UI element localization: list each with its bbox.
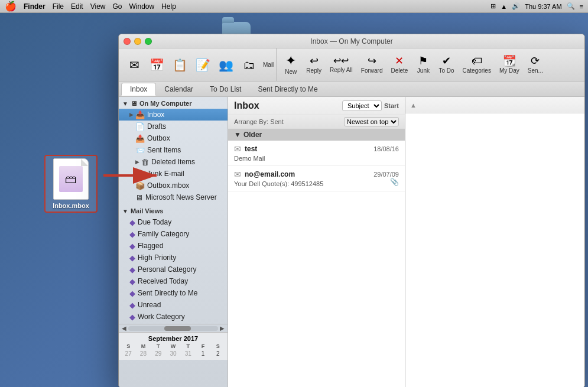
- email-subject-2: Your Dell Quote(s): 499512485: [234, 180, 399, 187]
- email-item-dell[interactable]: ✉ no@email.com 29/07/09 Your Dell Quote(…: [228, 166, 405, 191]
- scrollbar-thumb[interactable]: [164, 326, 191, 331]
- menu-search-icon[interactable]: 🔍: [567, 2, 575, 10]
- group-label: Older: [243, 131, 262, 139]
- toolbar-sendreceive-button[interactable]: ⟳ Sen...: [524, 53, 547, 76]
- toolbar-todo-button[interactable]: ✔ To Do: [435, 53, 457, 76]
- cal-day-28[interactable]: 28: [136, 350, 150, 357]
- toolbar-replyall-button[interactable]: ↩↩ Reply All: [326, 54, 356, 76]
- toolbar-folders-button[interactable]: 🗂: [238, 57, 259, 73]
- categories-label: Categories: [463, 67, 491, 74]
- outbox-icon: 📤: [135, 134, 145, 143]
- menu-file[interactable]: File: [53, 2, 64, 11]
- sidebar-item-deleted[interactable]: ▶ 🗑 Deleted Items: [119, 156, 228, 168]
- menu-help[interactable]: Help: [161, 2, 176, 11]
- junk-icon: ⚑: [418, 56, 428, 66]
- tab-sent-directly[interactable]: Sent Directly to Me: [249, 83, 326, 96]
- sidebar-item-inbox[interactable]: ▶ 📥 Inbox: [119, 109, 228, 121]
- apple-menu[interactable]: 🍎: [5, 1, 17, 12]
- menu-volume-icon[interactable]: 🔊: [512, 2, 520, 10]
- cal-day-2[interactable]: 2: [211, 350, 225, 357]
- menu-multiwin-icon[interactable]: ⊞: [490, 2, 496, 10]
- email-envelope-icon-1: ✉: [234, 144, 241, 154]
- menu-view[interactable]: View: [90, 2, 106, 11]
- scroll-left-arrow[interactable]: ◀: [120, 325, 128, 331]
- toolbar-tasks-button[interactable]: 📋: [169, 57, 191, 73]
- email-date-2: 29/07/09: [373, 171, 399, 178]
- sidebar-section-mailviews: ▼ Mail Views ◆ Due Today ◆ Family Catego…: [119, 204, 228, 324]
- cal-day-29[interactable]: 29: [151, 350, 165, 357]
- sidebar-item-due-today[interactable]: ◆ Due Today: [119, 216, 228, 228]
- calendar-grid: S M T W T F S 27 28 29 30 31 1 2: [121, 343, 225, 357]
- scroll-right-arrow[interactable]: ▶: [218, 325, 226, 331]
- sidebar-item-received-today[interactable]: ◆ Received Today: [119, 275, 228, 287]
- cal-day-30[interactable]: 30: [166, 350, 180, 357]
- maximize-button[interactable]: [145, 38, 152, 45]
- toolbar-notes-button[interactable]: 📝: [192, 57, 214, 73]
- menu-finder[interactable]: Finder: [24, 2, 46, 11]
- ms-news-icon: 🖥: [135, 193, 143, 202]
- flagged-icon: ◆: [129, 242, 135, 251]
- sidebar-item-sent-directly[interactable]: ◆ Sent Directly to Me: [119, 287, 228, 299]
- sidebar-item-family-category[interactable]: ◆ Family Category: [119, 228, 228, 240]
- toolbar-categories-button[interactable]: 🏷 Categories: [459, 53, 495, 76]
- sidebar-item-sent[interactable]: 📨 Sent Items: [119, 144, 228, 156]
- todo-icon: ✔: [442, 56, 451, 66]
- cal-header-sun: S: [121, 343, 135, 349]
- menu-window[interactable]: Window: [129, 2, 155, 11]
- toolbar-contacts-button[interactable]: 👥: [215, 57, 237, 73]
- subject-sort-select[interactable]: Subject: [342, 100, 382, 111]
- calendar-month-year: September 2017: [121, 335, 225, 342]
- personal-category-label: Personal Category: [138, 265, 196, 274]
- toolbar-myday-button[interactable]: 📆 My Day: [496, 53, 523, 76]
- menu-wifi-icon: ▲: [501, 3, 507, 10]
- forward-label: Forward: [361, 67, 383, 74]
- sidebar-item-high-priority[interactable]: ◆ High Priority: [119, 252, 228, 264]
- sidebar-item-outbox-mbox[interactable]: 📦 Outbox.mbox: [119, 180, 228, 191]
- tab-calendar[interactable]: Calendar: [156, 83, 202, 96]
- menu-go[interactable]: Go: [113, 2, 122, 11]
- minimize-button[interactable]: [134, 38, 141, 45]
- sidebar-item-drafts[interactable]: 📄 Drafts: [119, 121, 228, 132]
- toolbar-junk-button[interactable]: ⚑ Junk: [412, 53, 434, 76]
- sidebar-mailviews-header[interactable]: ▼ Mail Views: [119, 206, 228, 216]
- new-icon: ✦: [285, 54, 296, 67]
- scrollbar-track[interactable]: [128, 326, 218, 331]
- mail-icon: ✉: [129, 59, 139, 71]
- toolbar-reply-button[interactable]: ↩ Reply: [303, 53, 325, 76]
- cal-day-1[interactable]: 1: [196, 350, 210, 357]
- cal-day-31[interactable]: 31: [181, 350, 195, 357]
- unread-icon: ◆: [129, 301, 135, 310]
- sidebar-computer-header[interactable]: ▼ 🖥 On My Computer: [119, 98, 228, 109]
- sidebar-scrollbar[interactable]: ◀ ▶: [119, 324, 228, 332]
- close-button[interactable]: [124, 38, 131, 45]
- email-item-test[interactable]: ✉ test 18/08/16 Demo Mail: [228, 141, 405, 166]
- tab-todo[interactable]: To Do List: [202, 83, 249, 96]
- toolbar-new-button[interactable]: ✦ New: [280, 52, 301, 77]
- preview-toolbar: ▲: [405, 97, 584, 113]
- sidebar-item-flagged[interactable]: ◆ Flagged: [119, 240, 228, 252]
- inbox-label: Inbox: [147, 110, 164, 119]
- sidebar-item-outbox[interactable]: 📤 Outbox: [119, 132, 228, 144]
- sidebar-item-personal-category[interactable]: ◆ Personal Category: [119, 264, 228, 275]
- sidebar-item-unread[interactable]: ◆ Unread: [119, 299, 228, 311]
- high-priority-label: High Priority: [138, 253, 176, 262]
- sidebar-item-junk[interactable]: 📧 Junk E-mail: [119, 168, 228, 180]
- tab-inbox[interactable]: Inbox: [121, 83, 156, 96]
- calendar-icon: 📅: [150, 59, 164, 71]
- toolbar-forward-button[interactable]: ↪ Forward: [358, 53, 386, 76]
- sent-directly-icon: ◆: [129, 289, 135, 298]
- sort-newest-select[interactable]: Newest on top: [344, 117, 399, 126]
- desktop-file-inbox[interactable]: 🗃 Inbox.mbox: [44, 155, 98, 213]
- sidebar-item-ms-news[interactable]: 🖥 Microsoft News Server: [119, 191, 228, 203]
- menu-multiwindow-icon[interactable]: ≡: [580, 3, 583, 10]
- toolbar-calendar-button[interactable]: 📅: [146, 57, 168, 73]
- sidebar-item-work-category[interactable]: ◆ Work Category: [119, 311, 228, 323]
- inbox-arrow: ▶: [129, 112, 134, 118]
- toolbar-mail-button[interactable]: ✉: [124, 57, 145, 73]
- cal-day-27[interactable]: 27: [121, 350, 135, 357]
- cal-header-thu: T: [181, 343, 195, 349]
- cal-header-sat: S: [211, 343, 225, 349]
- cal-header-wed: W: [166, 343, 180, 349]
- menu-edit[interactable]: Edit: [71, 2, 83, 11]
- toolbar-delete-button[interactable]: ✕ Delete: [388, 53, 412, 76]
